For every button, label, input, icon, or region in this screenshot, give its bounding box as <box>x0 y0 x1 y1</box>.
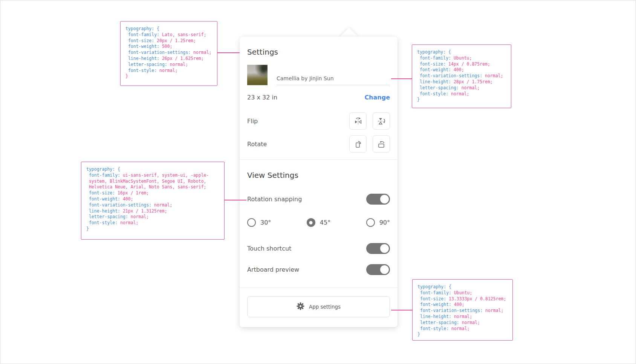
artboard-preview-label: Artboard preview <box>247 266 299 273</box>
rotation-snapping-row: Rotation snapping <box>247 194 390 205</box>
artboard-preview-toggle[interactable] <box>366 264 390 275</box>
rotate-clockwise-button[interactable] <box>349 135 367 153</box>
rotation-snapping-toggle[interactable] <box>366 194 390 205</box>
angle-option-30[interactable]: 30° <box>247 218 271 227</box>
rotate-counterclockwise-button[interactable] <box>373 135 390 153</box>
radio-icon <box>366 218 375 227</box>
radio-icon <box>247 218 256 227</box>
annotation-artwork-typography: typography: { font-family: Ubuntu; font-… <box>412 44 511 108</box>
flip-vertical-button[interactable] <box>373 112 390 130</box>
flip-row: Flip <box>247 112 390 130</box>
view-settings-title: View Settings <box>247 170 390 180</box>
angle-option-90[interactable]: 90° <box>366 218 390 227</box>
rotate-label: Rotate <box>247 141 267 148</box>
annotation-connector-button <box>391 310 412 310</box>
app-settings-button[interactable]: App settings <box>247 296 390 317</box>
annotation-label-typography: typography: { font-family: ui-sans-serif… <box>81 162 225 240</box>
panel-footer: App settings <box>247 296 390 317</box>
dimensions-row: 23 x 32 in Change <box>247 94 390 101</box>
flip-horizontal-icon <box>353 116 363 126</box>
artboard-preview-row: Artboard preview <box>247 264 390 275</box>
footer-divider <box>240 288 398 288</box>
annotation-connector-label <box>225 200 246 200</box>
gear-icon <box>297 302 304 311</box>
annotation-button-typography: typography: { font-family: Ubuntu; font-… <box>412 279 513 341</box>
artboard-dimensions: 23 x 32 in <box>247 94 277 101</box>
artwork-thumbnail <box>247 65 268 85</box>
flip-vertical-icon <box>376 116 387 126</box>
radio-icon <box>307 218 315 227</box>
touch-shortcut-row: Touch shortcut <box>247 243 390 254</box>
annotation-title-typography: typography: { font-family: Lato, sans-se… <box>120 21 217 86</box>
rotate-counterclockwise-icon <box>376 139 387 149</box>
screenshot-canvas: typography: { font-family: Lato, sans-se… <box>0 0 636 364</box>
panel-title: Settings <box>247 47 390 57</box>
touch-shortcut-toggle[interactable] <box>366 243 390 254</box>
angle-option-45[interactable]: 45° <box>307 218 330 227</box>
toggle-knob <box>380 195 389 203</box>
artwork-title: Camellia by Jinjin Sun <box>277 75 390 85</box>
section-divider <box>240 159 398 160</box>
annotation-connector-artwork <box>391 78 412 79</box>
app-settings-label: App settings <box>309 304 341 310</box>
flip-horizontal-button[interactable] <box>349 112 367 130</box>
change-size-button[interactable]: Change <box>364 94 390 101</box>
artwork-row: Camellia by Jinjin Sun <box>247 65 390 85</box>
rotate-clockwise-icon <box>353 139 363 149</box>
flip-label: Flip <box>247 118 258 125</box>
annotation-connector-title <box>217 52 240 53</box>
toggle-knob <box>380 244 389 253</box>
angle-options-row: 30° 45° 90° <box>247 218 390 227</box>
rotate-row: Rotate <box>247 135 390 153</box>
settings-popover: Settings Camellia by Jinjin Sun 23 x 32 … <box>240 37 398 327</box>
rotation-snapping-label: Rotation snapping <box>247 196 302 203</box>
touch-shortcut-label: Touch shortcut <box>247 245 291 252</box>
toggle-knob <box>380 265 389 274</box>
